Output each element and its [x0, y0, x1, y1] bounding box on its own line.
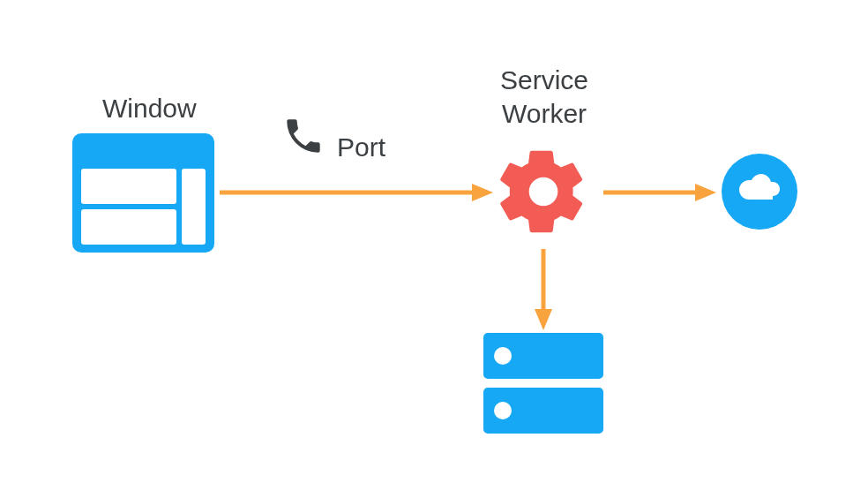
arrow-service-worker-to-cache	[534, 249, 553, 334]
service-worker-label-line2: Worker	[502, 99, 587, 128]
phone-icon	[281, 114, 326, 162]
cloud-icon	[722, 154, 797, 233]
arrow-service-worker-to-cloud	[603, 183, 716, 206]
svg-marker-14	[535, 309, 552, 330]
service-worker-label-line1: Service	[500, 65, 588, 94]
window-icon	[72, 133, 214, 256]
svg-rect-2	[81, 209, 176, 245]
svg-point-6	[494, 347, 512, 365]
svg-point-8	[494, 402, 512, 419]
gear-icon	[494, 142, 593, 245]
diagram-canvas: Window Service Worker Port	[0, 0, 868, 498]
storage-icon	[483, 333, 603, 439]
svg-marker-10	[472, 184, 493, 201]
service-worker-label: Service Worker	[483, 64, 606, 130]
window-label: Window	[102, 92, 197, 125]
svg-rect-1	[81, 169, 176, 204]
svg-marker-12	[695, 184, 716, 201]
arrow-window-to-service-worker	[220, 183, 493, 206]
svg-rect-3	[182, 169, 206, 245]
port-label: Port	[337, 131, 385, 164]
